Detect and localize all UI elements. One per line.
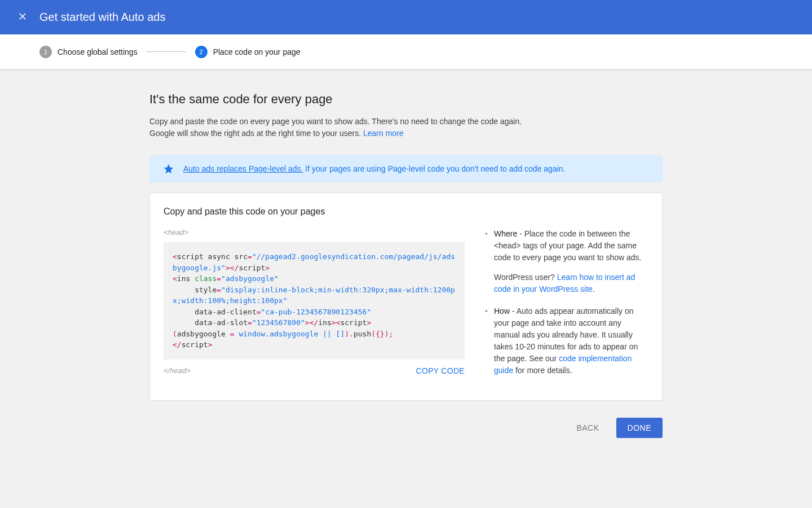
- stepper: 1 Choose global settings 2 Place code on…: [0, 34, 812, 69]
- head-close-tag: </head>: [164, 366, 191, 375]
- help-where: Where - Place the code in between the <h…: [485, 228, 648, 295]
- code-card: Copy and paste this code on your pages <…: [149, 192, 663, 401]
- page-description: Copy and paste the code on every page yo…: [149, 116, 663, 139]
- main-content: It's the same code for every page Copy a…: [149, 92, 663, 438]
- where-label: Where: [494, 229, 517, 238]
- how-tail: for more details.: [513, 366, 572, 375]
- step-connector: [147, 51, 186, 52]
- step-1[interactable]: 1 Choose global settings: [39, 46, 138, 58]
- help-column: Where - Place the code in between the <h…: [485, 228, 648, 387]
- how-label: How: [494, 306, 510, 316]
- desc-line-1: Copy and paste the code on every page yo…: [149, 117, 522, 126]
- copy-code-button[interactable]: COPY CODE: [416, 366, 465, 375]
- desc-line-2: Google will show the right ads at the ri…: [149, 129, 363, 138]
- back-button[interactable]: BACK: [571, 418, 604, 438]
- wizard-actions: BACK DONE: [149, 418, 663, 438]
- close-button[interactable]: [14, 8, 32, 27]
- card-title: Copy and paste this code on your pages: [164, 207, 648, 217]
- close-icon: [17, 11, 28, 23]
- dialog-header: Get started with Auto ads: [0, 0, 812, 34]
- done-button[interactable]: DONE: [616, 418, 663, 438]
- step-1-label: Choose global settings: [58, 47, 138, 56]
- learn-more-link[interactable]: Learn more: [363, 129, 404, 138]
- info-banner: Auto ads replaces Page-level ads. If you…: [149, 155, 663, 182]
- head-open-tag: <head>: [164, 228, 465, 237]
- banner-text: If your pages are using Page-level code …: [303, 164, 565, 173]
- step-2: 2 Place code on your page: [195, 46, 301, 58]
- step-2-circle: 2: [195, 46, 208, 58]
- help-how: How - Auto ads appear automatically on y…: [485, 305, 648, 376]
- star-icon: [163, 163, 174, 174]
- page-title: It's the same code for every page: [149, 92, 663, 107]
- step-1-circle: 1: [39, 46, 52, 58]
- code-column: <head> <script async src="//pagead2.goog…: [164, 228, 465, 387]
- banner-link[interactable]: Auto ads replaces Page-level ads.: [183, 164, 303, 173]
- step-2-label: Place code on your page: [213, 47, 301, 56]
- wp-prefix: WordPress user?: [494, 273, 557, 282]
- code-snippet[interactable]: <script async src="//pagead2.googlesyndi…: [164, 242, 465, 360]
- dialog-title: Get started with Auto ads: [39, 11, 165, 24]
